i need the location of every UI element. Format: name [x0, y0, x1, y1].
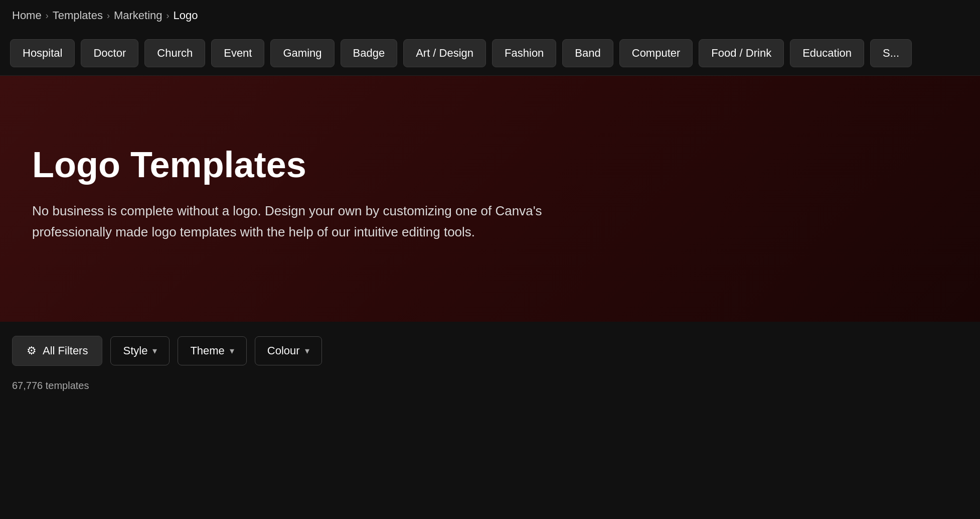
category-badge[interactable]: Badge [341, 39, 398, 67]
category-band[interactable]: Band [562, 39, 613, 67]
category-gaming[interactable]: Gaming [270, 39, 334, 67]
category-doctor[interactable]: Doctor [81, 39, 138, 67]
breadcrumb-chevron-1: › [46, 11, 49, 21]
category-church[interactable]: Church [144, 39, 205, 67]
category-art-design[interactable]: Art / Design [403, 39, 486, 67]
all-filters-label: All Filters [43, 344, 88, 357]
all-filters-button[interactable]: ⚙ All Filters [12, 336, 102, 366]
theme-filter-button[interactable]: Theme ▾ [178, 336, 246, 365]
style-filter-button[interactable]: Style ▾ [110, 336, 170, 365]
breadcrumb-current: Logo [174, 9, 198, 22]
breadcrumb-chevron-3: › [167, 11, 170, 21]
breadcrumb-chevron-2: › [107, 11, 110, 21]
breadcrumb-templates[interactable]: Templates [53, 9, 103, 22]
template-count: 67,776 templates [0, 376, 980, 404]
category-hospital[interactable]: Hospital [10, 39, 75, 67]
breadcrumb-marketing[interactable]: Marketing [114, 9, 162, 22]
colour-filter-button[interactable]: Colour ▾ [255, 336, 322, 365]
breadcrumb-home[interactable]: Home [12, 9, 42, 22]
category-food-drink[interactable]: Food / Drink [699, 39, 784, 67]
colour-chevron-icon: ▾ [305, 345, 309, 356]
category-computer[interactable]: Computer [619, 39, 693, 67]
colour-filter-label: Colour [267, 344, 300, 357]
theme-filter-label: Theme [190, 344, 224, 357]
theme-chevron-icon: ▾ [230, 345, 234, 356]
hero-description: No business is complete without a logo. … [32, 201, 584, 242]
style-chevron-icon: ▾ [152, 345, 157, 356]
hero-title: Logo Templates [32, 145, 948, 185]
filter-bar: ⚙ All Filters Style ▾ Theme ▾ Colour ▾ [0, 322, 980, 376]
category-more[interactable]: S... [870, 39, 912, 67]
breadcrumb: Home › Templates › Marketing › Logo [0, 0, 980, 31]
sliders-icon: ⚙ [27, 344, 37, 357]
hero-section: Logo Templates No business is complete w… [0, 76, 980, 322]
style-filter-label: Style [123, 344, 147, 357]
category-fashion[interactable]: Fashion [492, 39, 556, 67]
category-education[interactable]: Education [790, 39, 864, 67]
category-event[interactable]: Event [211, 39, 264, 67]
category-nav: Hospital Doctor Church Event Gaming Badg… [0, 31, 980, 76]
